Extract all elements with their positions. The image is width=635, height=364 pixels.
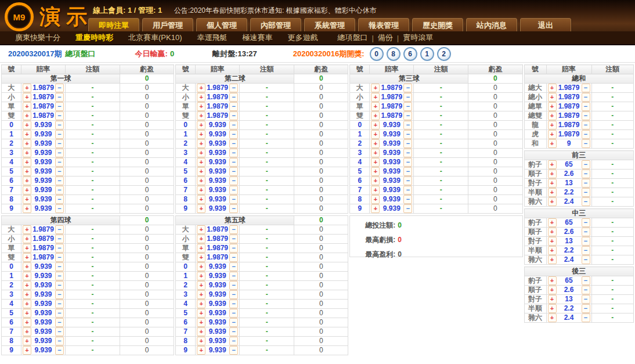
decrease-odds-button[interactable]: − (582, 218, 590, 227)
increase-odds-button[interactable]: + (23, 281, 31, 290)
decrease-odds-button[interactable]: − (582, 255, 590, 264)
decrease-odds-button[interactable]: − (582, 197, 590, 206)
decrease-odds-button[interactable]: − (229, 290, 238, 299)
increase-odds-button[interactable]: + (548, 276, 557, 285)
subnav-link-總項盤口[interactable]: 總項盤口 (337, 33, 367, 43)
increase-odds-button[interactable]: + (23, 195, 31, 204)
increase-odds-button[interactable]: + (23, 121, 31, 129)
increase-odds-button[interactable]: + (548, 313, 557, 322)
increase-odds-button[interactable]: + (23, 225, 31, 234)
decrease-odds-button[interactable]: − (403, 102, 412, 111)
increase-odds-button[interactable]: + (548, 255, 557, 264)
decrease-odds-button[interactable]: − (55, 281, 64, 290)
decrease-odds-button[interactable]: − (229, 346, 238, 355)
increase-odds-button[interactable]: + (548, 121, 557, 129)
increase-odds-button[interactable]: + (197, 327, 205, 336)
decrease-odds-button[interactable]: − (229, 204, 238, 213)
decrease-odds-button[interactable]: − (229, 244, 238, 253)
increase-odds-button[interactable]: + (548, 246, 557, 255)
decrease-odds-button[interactable]: − (55, 235, 64, 243)
decrease-odds-button[interactable]: − (403, 176, 412, 185)
increase-odds-button[interactable]: + (548, 237, 557, 246)
decrease-odds-button[interactable]: − (55, 93, 64, 102)
increase-odds-button[interactable]: + (23, 290, 31, 299)
decrease-odds-button[interactable]: − (55, 167, 64, 176)
decrease-odds-button[interactable]: − (582, 304, 590, 313)
increase-odds-button[interactable]: + (23, 139, 31, 148)
increase-odds-button[interactable]: + (23, 300, 31, 308)
decrease-odds-button[interactable]: − (55, 253, 64, 262)
increase-odds-button[interactable]: + (197, 158, 205, 167)
decrease-odds-button[interactable]: − (229, 167, 238, 176)
increase-odds-button[interactable]: + (197, 309, 205, 318)
increase-odds-button[interactable]: + (23, 167, 31, 176)
decrease-odds-button[interactable]: − (403, 167, 412, 176)
increase-odds-button[interactable]: + (23, 176, 31, 185)
increase-odds-button[interactable]: + (548, 130, 557, 139)
subnav-item-重慶時時彩[interactable]: 重慶時時彩 (75, 33, 113, 43)
increase-odds-button[interactable]: + (23, 272, 31, 280)
increase-odds-button[interactable]: + (23, 204, 31, 213)
increase-odds-button[interactable]: + (23, 186, 31, 194)
subnav-item-極速賽車[interactable]: 極速賽車 (242, 33, 272, 43)
decrease-odds-button[interactable]: − (229, 253, 238, 262)
increase-odds-button[interactable]: + (548, 304, 557, 313)
increase-odds-button[interactable]: + (548, 139, 557, 148)
decrease-odds-button[interactable]: − (229, 309, 238, 318)
decrease-odds-button[interactable]: − (582, 93, 590, 102)
increase-odds-button[interactable]: + (197, 244, 205, 253)
increase-odds-button[interactable]: + (371, 204, 380, 213)
decrease-odds-button[interactable]: − (229, 318, 238, 327)
decrease-odds-button[interactable]: − (229, 111, 238, 120)
increase-odds-button[interactable]: + (371, 195, 380, 204)
decrease-odds-button[interactable]: − (582, 160, 590, 169)
increase-odds-button[interactable]: + (548, 295, 557, 304)
decrease-odds-button[interactable]: − (403, 84, 412, 92)
increase-odds-button[interactable]: + (548, 286, 557, 294)
decrease-odds-button[interactable]: − (229, 300, 238, 308)
decrease-odds-button[interactable]: − (55, 244, 64, 253)
decrease-odds-button[interactable]: − (582, 295, 590, 304)
decrease-odds-button[interactable]: − (403, 139, 412, 148)
increase-odds-button[interactable]: + (548, 170, 557, 178)
decrease-odds-button[interactable]: − (403, 121, 412, 129)
increase-odds-button[interactable]: + (548, 179, 557, 188)
decrease-odds-button[interactable]: − (55, 346, 64, 355)
increase-odds-button[interactable]: + (23, 111, 31, 120)
decrease-odds-button[interactable]: − (55, 290, 64, 299)
subnav-item-廣東快樂十分[interactable]: 廣東快樂十分 (15, 33, 60, 43)
increase-odds-button[interactable]: + (197, 318, 205, 327)
decrease-odds-button[interactable]: − (55, 130, 64, 139)
increase-odds-button[interactable]: + (197, 281, 205, 290)
decrease-odds-button[interactable]: − (55, 111, 64, 120)
decrease-odds-button[interactable]: − (229, 158, 238, 167)
decrease-odds-button[interactable]: − (55, 139, 64, 148)
increase-odds-button[interactable]: + (197, 84, 205, 92)
increase-odds-button[interactable]: + (23, 253, 31, 262)
decrease-odds-button[interactable]: − (582, 111, 590, 120)
decrease-odds-button[interactable]: − (55, 149, 64, 157)
increase-odds-button[interactable]: + (197, 149, 205, 157)
decrease-odds-button[interactable]: − (582, 139, 590, 148)
decrease-odds-button[interactable]: − (55, 272, 64, 280)
decrease-odds-button[interactable]: − (55, 176, 64, 185)
increase-odds-button[interactable]: + (371, 176, 380, 185)
decrease-odds-button[interactable]: − (229, 130, 238, 139)
decrease-odds-button[interactable]: − (582, 276, 590, 285)
decrease-odds-button[interactable]: − (55, 318, 64, 327)
decrease-odds-button[interactable]: − (403, 186, 412, 194)
increase-odds-button[interactable]: + (548, 111, 557, 120)
subnav-item-北京賽車(PK10)[interactable]: 北京賽車(PK10) (128, 33, 182, 43)
increase-odds-button[interactable]: + (548, 102, 557, 111)
increase-odds-button[interactable]: + (197, 176, 205, 185)
decrease-odds-button[interactable]: − (229, 176, 238, 185)
increase-odds-button[interactable]: + (23, 158, 31, 167)
subnav-item-幸運飛艇[interactable]: 幸運飛艇 (197, 33, 227, 43)
decrease-odds-button[interactable]: − (229, 225, 238, 234)
decrease-odds-button[interactable]: − (403, 93, 412, 102)
subnav-link-實時滾單[interactable]: 實時滾單 (403, 33, 433, 43)
increase-odds-button[interactable]: + (371, 186, 380, 194)
decrease-odds-button[interactable]: − (229, 337, 238, 345)
increase-odds-button[interactable]: + (197, 102, 205, 111)
increase-odds-button[interactable]: + (371, 102, 380, 111)
